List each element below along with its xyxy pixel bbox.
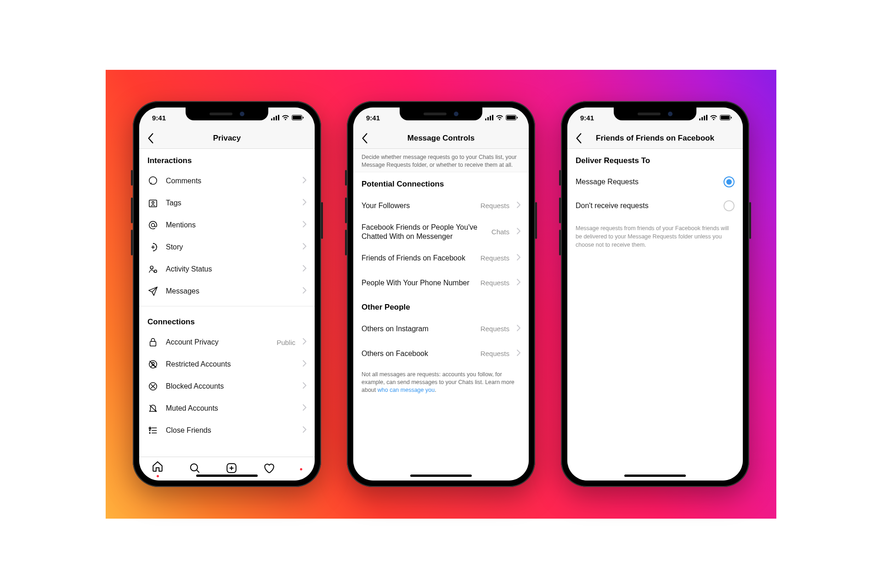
row-muted[interactable]: Muted Accounts [139,397,315,419]
story-icon [147,242,158,252]
row-value: Public [277,339,295,346]
svg-rect-5 [293,116,301,119]
row-value: Requests [481,350,509,357]
row-label: Comments [166,177,295,185]
cellular-icon [271,115,279,120]
list-star-icon [147,425,158,435]
heart-icon [263,462,275,474]
option-dont-receive[interactable]: Don't receive requests [567,194,743,218]
chevron-right-icon [303,404,306,413]
row-label: Close Friends [166,426,295,435]
row-value: Requests [481,325,509,333]
muted-icon [147,403,158,413]
row-label: Facebook Friends or People You've Chatte… [362,223,484,241]
row-messages[interactable]: Messages [139,280,315,302]
row-others-facebook[interactable]: Others on Facebook Requests [353,341,529,366]
section-connections: Connections [139,310,315,331]
svg-rect-1 [273,117,275,120]
svg-rect-13 [150,341,156,346]
tab-search[interactable] [189,462,201,476]
row-tags[interactable]: Tags [139,192,315,214]
intro-text: Decide whether message requests go to yo… [353,149,529,172]
wifi-icon [282,115,289,120]
row-label: People With Your Phone Number [362,279,473,287]
row-label: Others on Facebook [362,350,473,358]
tab-create[interactable] [226,462,237,476]
svg-rect-28 [699,119,701,120]
page-title: Message Controls [353,134,529,143]
content: Interactions Comments Tags Mentions [139,149,315,457]
home-indicator[interactable] [196,475,258,477]
svg-rect-3 [278,115,279,120]
footer-link[interactable]: who can message you [378,387,435,393]
row-close-friends[interactable]: Close Friends [139,419,315,441]
row-label: Blocked Accounts [166,382,295,390]
lock-icon [147,337,158,347]
chevron-left-icon [362,133,368,143]
row-story[interactable]: Story [139,236,315,258]
row-label: Restricted Accounts [166,360,295,368]
back-button[interactable] [144,128,158,148]
row-label: Account Privacy [166,338,269,346]
row-label: Your Followers [362,202,473,210]
section-other: Other People [353,295,529,317]
svg-rect-34 [731,117,732,119]
send-icon [147,286,158,296]
svg-point-9 [152,202,154,204]
svg-rect-23 [490,116,491,120]
section-potential: Potential Connections [353,172,529,193]
chevron-right-icon [303,243,306,251]
chevron-right-icon [303,360,306,368]
chevron-right-icon [303,382,306,390]
row-friends-of-friends[interactable]: Friends of Friends on Facebook Requests [353,246,529,271]
tab-bar [139,457,315,481]
row-phone-number[interactable]: People With Your Phone Number Requests [353,271,529,295]
row-activity-status[interactable]: Activity Status [139,258,315,280]
footer-note: Not all messages are requests: accounts … [353,366,529,397]
svg-rect-24 [492,115,493,120]
option-label: Message Requests [576,178,716,186]
svg-point-7 [149,177,157,185]
chevron-right-icon [517,325,520,333]
row-blocked[interactable]: Blocked Accounts [139,375,315,397]
tab-profile[interactable] [300,467,302,470]
search-icon [189,462,201,474]
nav-header: Message Controls [353,128,529,149]
row-others-instagram[interactable]: Others on Instagram Requests [353,317,529,341]
wifi-icon [710,115,718,120]
back-button[interactable] [358,128,372,148]
chevron-right-icon [303,287,306,295]
svg-point-19 [191,464,198,470]
svg-rect-30 [704,116,705,120]
svg-rect-29 [701,117,703,120]
footer-after: . [435,387,436,393]
row-value: Requests [481,254,509,262]
row-label: Mentions [166,221,295,229]
at-icon [147,220,158,230]
row-value: Chats [492,228,509,236]
content: Deliver Requests To Message Requests Don… [567,149,743,481]
back-button[interactable] [572,128,586,148]
nav-header: Privacy [139,128,315,149]
row-comments[interactable]: Comments [139,170,315,192]
tag-icon [147,198,158,208]
home-indicator[interactable] [624,475,686,477]
option-message-requests[interactable]: Message Requests [567,170,743,194]
row-facebook-friends[interactable]: Facebook Friends or People You've Chatte… [353,218,529,246]
row-mentions[interactable]: Mentions [139,214,315,236]
status-indicators [699,115,732,120]
row-label: Tags [166,199,295,207]
row-account-privacy[interactable]: Account Privacy Public [139,331,315,353]
content: Decide whether message requests go to yo… [353,149,529,481]
tab-home[interactable] [152,460,164,477]
tab-activity[interactable] [263,462,275,476]
chevron-right-icon [517,254,520,262]
home-indicator[interactable] [410,475,472,477]
status-indicators [485,115,518,120]
row-your-followers[interactable]: Your Followers Requests [353,193,529,218]
row-restricted[interactable]: Restricted Accounts [139,353,315,375]
svg-rect-22 [487,117,489,120]
radio-selected-icon [724,176,735,187]
svg-point-10 [151,223,154,226]
svg-rect-0 [271,119,272,120]
